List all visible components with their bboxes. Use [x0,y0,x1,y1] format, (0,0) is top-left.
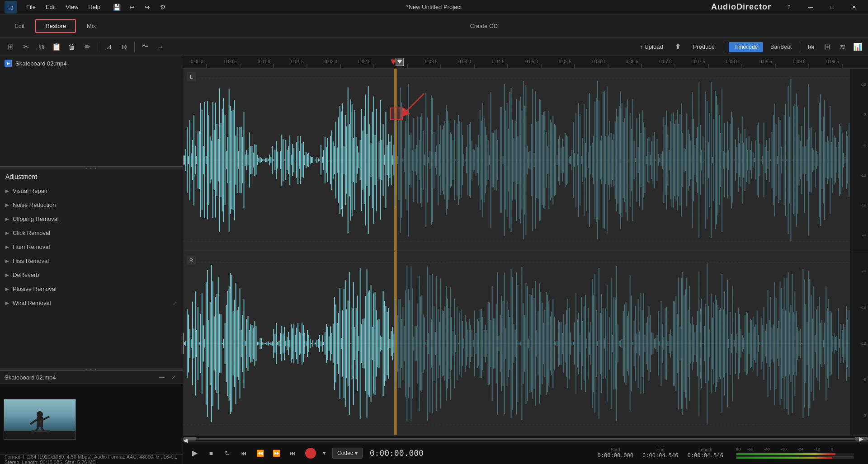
meter-bar-right [736,456,854,459]
fade-tool-btn[interactable]: ⊿ [102,41,115,53]
adj-item-wind-removal[interactable]: ▶ Wind Removal ⤢ [0,296,183,310]
multi-view-btn[interactable]: ⊞ [820,41,834,53]
start-value: 0:00:00.000 [598,452,633,459]
start-label: Start [611,447,620,452]
fast-forward-button[interactable]: ⏩ [270,447,283,459]
scrollbar-thumb[interactable] [197,438,854,440]
waveform-tracks-area[interactable]: L [183,69,850,435]
expand-preview-icon[interactable]: ⤢ [169,373,178,382]
adj-item-plosive-removal[interactable]: ▶ Plosive Removal [0,282,183,296]
redo-icon[interactable]: ↪ [141,2,154,12]
export-btn[interactable]: ⬆ [671,41,685,53]
media-item[interactable]: ▶ Skateboard 02.mp4 [0,58,183,69]
restore-button[interactable]: Restore [35,19,76,33]
adj-item-hum-removal[interactable]: ▶ Hum Removal [0,240,183,254]
create-cd-button[interactable]: Create CD [461,19,506,33]
produce-button[interactable]: Produce [687,42,721,52]
status-bar: Format: H.264 (1920x1080, 4.56 Mbps), Au… [0,454,183,464]
adj-item-dereverb[interactable]: ▶ DeReverb [0,268,183,282]
waveform-view-btn[interactable]: ≋ [835,41,849,53]
project-title: *New Untitled Project [406,4,462,10]
scroll-left-btn[interactable]: ◀ [183,437,197,441]
db-label-n3b: -3 [863,413,866,418]
waveform-btn[interactable]: 〜 [138,41,152,53]
zoom-select-btn[interactable]: ⊕ [117,41,131,53]
barbeat-button[interactable]: Bar/Beat [765,42,797,52]
db-scale-bottom: -∞ -18 -12 -6 -3 [850,252,868,436]
scroll-right-btn[interactable]: ▶ [854,437,868,441]
waveform-svg-left [183,69,850,252]
toolbar-separator-3 [725,42,725,52]
adj-item-visual-repair[interactable]: ▶ Visual Repair [0,184,183,198]
menu-edit[interactable]: Edit [41,2,60,12]
db-scale-top: dB -3 -6 -12 -18 -∞ [850,69,868,252]
menu-file[interactable]: File [22,2,40,12]
scrollbar-track[interactable] [197,438,854,440]
adj-label-4: Hum Removal [13,244,50,250]
meter-n48: -48 [764,447,770,451]
end-value: 0:00:04.546 [642,452,678,459]
adj-item-clipping-removal[interactable]: ▶ Clipping Removal [0,212,183,226]
adj-item-click-removal[interactable]: ▶ Click Removal [0,226,183,240]
adj-expand-icon[interactable]: ⤢ [173,300,177,306]
help-btn[interactable]: ? [778,0,799,14]
paste-tool-btn[interactable]: 📋 [50,41,63,53]
svg-marker-13 [397,60,402,64]
loop-button[interactable]: ↻ [221,447,234,459]
select-tool-btn[interactable]: ⊞ [4,41,17,53]
menu-help[interactable]: Help [84,2,105,12]
tab-mix[interactable]: Mix [78,19,105,33]
record-dropdown[interactable]: ▾ [320,447,329,459]
undo-icon[interactable]: ↩ [126,2,138,12]
record-button[interactable] [305,448,316,459]
adj-item-hiss-removal[interactable]: ▶ Hiss Removal [0,254,183,268]
end-label: End [656,447,665,452]
arrow-right-btn[interactable]: → [154,41,167,53]
video-header-icons: — ⤢ [157,373,178,382]
adj-item-noise-reduction[interactable]: ▶ Noise Reduction [0,198,183,212]
play-button[interactable]: ▶ [189,447,201,459]
menu-view[interactable]: View [61,2,83,12]
timecode-button[interactable]: Timecode [729,42,763,52]
title-bar-icons: 💾 ↩ ↪ ⚙ [110,2,169,12]
video-thumbnail [4,399,76,440]
time-display: 0:00:00.000 [370,448,424,458]
media-item-name: Skateboard 02.mp4 [15,60,66,67]
minimize-preview-icon[interactable]: — [157,373,166,382]
track-label-right: R [187,256,196,265]
adj-arrow-7: ▶ [5,286,9,291]
save-icon[interactable]: 💾 [110,2,123,12]
toolbar-separator-4 [801,42,801,52]
adj-arrow-0: ▶ [5,188,9,193]
tab-edit[interactable]: Edit [5,19,33,33]
spectrum-btn[interactable]: 📊 [851,41,864,53]
adj-arrow-5: ▶ [5,258,9,263]
waveform-track-left: L [183,69,850,252]
db-label-n3: -3 [863,112,866,117]
skip-forward-button[interactable]: ⏭ [286,447,299,459]
db-scale-right: dB -3 -6 -12 -18 -∞ -∞ -18 -12 -6 -3 [850,69,868,435]
delete-tool-btn[interactable]: 🗑 [65,41,79,53]
stop-button[interactable]: ■ [205,447,217,459]
adj-label-1: Noise Reduction [13,202,56,208]
toolbar-separator-1 [98,42,98,52]
db-label-ninf2: -∞ [862,269,866,273]
close-btn[interactable]: ✕ [844,0,864,14]
rewind-button[interactable]: ⏪ [254,447,266,459]
copy-tool-btn[interactable]: ⧉ [34,41,48,53]
meter-0: 0 [831,447,833,451]
minimize-btn[interactable]: — [800,0,821,14]
waveform-scrollbar[interactable]: ◀ ▶ [183,435,868,441]
timeline-ruler[interactable]: ▼ [183,56,868,69]
codec-button[interactable]: Codec ▾ [332,448,363,459]
meter-fill-right [736,457,832,459]
video-preview-title: Skateboard 02.mp4 [5,374,56,381]
upload-button[interactable]: ↑ Upload [633,42,670,52]
media-icon: ▶ [5,60,12,67]
settings-icon[interactable]: ⚙ [156,2,169,12]
skip-start-btn[interactable]: ⏮ [805,41,818,53]
trim-tool-btn[interactable]: ✂ [19,41,33,53]
cut-tool-btn[interactable]: ✏ [80,41,94,53]
skip-back-button[interactable]: ⏮ [237,447,250,459]
maximize-btn[interactable]: □ [822,0,843,14]
